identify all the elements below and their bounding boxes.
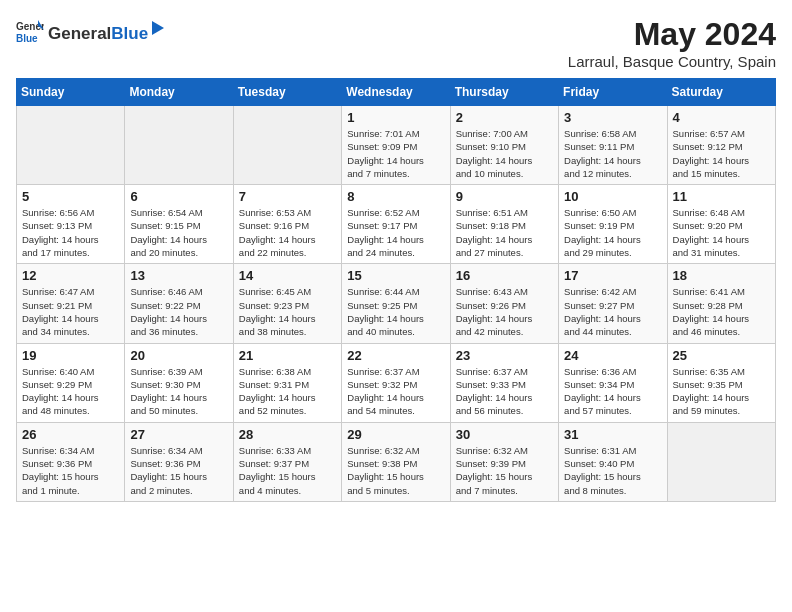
calendar-week-row: 12Sunrise: 6:47 AM Sunset: 9:21 PM Dayli…	[17, 264, 776, 343]
day-number: 1	[347, 110, 444, 125]
calendar-cell: 28Sunrise: 6:33 AM Sunset: 9:37 PM Dayli…	[233, 422, 341, 501]
calendar-cell: 9Sunrise: 6:51 AM Sunset: 9:18 PM Daylig…	[450, 185, 558, 264]
calendar-cell: 2Sunrise: 7:00 AM Sunset: 9:10 PM Daylig…	[450, 106, 558, 185]
day-number: 12	[22, 268, 119, 283]
day-number: 4	[673, 110, 770, 125]
column-header-saturday: Saturday	[667, 79, 775, 106]
day-number: 15	[347, 268, 444, 283]
day-info: Sunrise: 6:33 AM Sunset: 9:37 PM Dayligh…	[239, 444, 336, 497]
svg-text:Blue: Blue	[16, 33, 38, 44]
calendar-table: SundayMondayTuesdayWednesdayThursdayFrid…	[16, 78, 776, 502]
calendar-cell: 31Sunrise: 6:31 AM Sunset: 9:40 PM Dayli…	[559, 422, 667, 501]
calendar-cell: 23Sunrise: 6:37 AM Sunset: 9:33 PM Dayli…	[450, 343, 558, 422]
calendar-week-row: 5Sunrise: 6:56 AM Sunset: 9:13 PM Daylig…	[17, 185, 776, 264]
title-area: May 2024 Larraul, Basque Country, Spain	[568, 16, 776, 70]
calendar-cell: 12Sunrise: 6:47 AM Sunset: 9:21 PM Dayli…	[17, 264, 125, 343]
day-number: 6	[130, 189, 227, 204]
day-info: Sunrise: 6:35 AM Sunset: 9:35 PM Dayligh…	[673, 365, 770, 418]
calendar-cell: 13Sunrise: 6:46 AM Sunset: 9:22 PM Dayli…	[125, 264, 233, 343]
day-number: 17	[564, 268, 661, 283]
calendar-cell: 11Sunrise: 6:48 AM Sunset: 9:20 PM Dayli…	[667, 185, 775, 264]
day-info: Sunrise: 6:54 AM Sunset: 9:15 PM Dayligh…	[130, 206, 227, 259]
calendar-cell: 21Sunrise: 6:38 AM Sunset: 9:31 PM Dayli…	[233, 343, 341, 422]
calendar-cell: 22Sunrise: 6:37 AM Sunset: 9:32 PM Dayli…	[342, 343, 450, 422]
column-header-wednesday: Wednesday	[342, 79, 450, 106]
calendar-cell	[125, 106, 233, 185]
day-number: 2	[456, 110, 553, 125]
calendar-cell: 18Sunrise: 6:41 AM Sunset: 9:28 PM Dayli…	[667, 264, 775, 343]
day-number: 14	[239, 268, 336, 283]
day-info: Sunrise: 6:56 AM Sunset: 9:13 PM Dayligh…	[22, 206, 119, 259]
day-info: Sunrise: 6:37 AM Sunset: 9:33 PM Dayligh…	[456, 365, 553, 418]
day-info: Sunrise: 6:57 AM Sunset: 9:12 PM Dayligh…	[673, 127, 770, 180]
day-number: 25	[673, 348, 770, 363]
month-title: May 2024	[568, 16, 776, 53]
calendar-cell: 3Sunrise: 6:58 AM Sunset: 9:11 PM Daylig…	[559, 106, 667, 185]
day-number: 24	[564, 348, 661, 363]
day-number: 19	[22, 348, 119, 363]
day-info: Sunrise: 6:46 AM Sunset: 9:22 PM Dayligh…	[130, 285, 227, 338]
day-number: 18	[673, 268, 770, 283]
day-number: 23	[456, 348, 553, 363]
day-info: Sunrise: 6:41 AM Sunset: 9:28 PM Dayligh…	[673, 285, 770, 338]
day-info: Sunrise: 6:47 AM Sunset: 9:21 PM Dayligh…	[22, 285, 119, 338]
day-number: 20	[130, 348, 227, 363]
day-info: Sunrise: 6:48 AM Sunset: 9:20 PM Dayligh…	[673, 206, 770, 259]
calendar-cell: 17Sunrise: 6:42 AM Sunset: 9:27 PM Dayli…	[559, 264, 667, 343]
day-info: Sunrise: 6:50 AM Sunset: 9:19 PM Dayligh…	[564, 206, 661, 259]
day-info: Sunrise: 6:32 AM Sunset: 9:38 PM Dayligh…	[347, 444, 444, 497]
day-number: 10	[564, 189, 661, 204]
calendar-cell: 7Sunrise: 6:53 AM Sunset: 9:16 PM Daylig…	[233, 185, 341, 264]
day-info: Sunrise: 6:34 AM Sunset: 9:36 PM Dayligh…	[130, 444, 227, 497]
day-info: Sunrise: 6:32 AM Sunset: 9:39 PM Dayligh…	[456, 444, 553, 497]
calendar-cell: 27Sunrise: 6:34 AM Sunset: 9:36 PM Dayli…	[125, 422, 233, 501]
day-info: Sunrise: 6:53 AM Sunset: 9:16 PM Dayligh…	[239, 206, 336, 259]
column-header-friday: Friday	[559, 79, 667, 106]
day-info: Sunrise: 6:31 AM Sunset: 9:40 PM Dayligh…	[564, 444, 661, 497]
day-info: Sunrise: 6:52 AM Sunset: 9:17 PM Dayligh…	[347, 206, 444, 259]
day-info: Sunrise: 6:42 AM Sunset: 9:27 PM Dayligh…	[564, 285, 661, 338]
calendar-cell: 8Sunrise: 6:52 AM Sunset: 9:17 PM Daylig…	[342, 185, 450, 264]
day-number: 11	[673, 189, 770, 204]
calendar-cell: 4Sunrise: 6:57 AM Sunset: 9:12 PM Daylig…	[667, 106, 775, 185]
calendar-cell: 6Sunrise: 6:54 AM Sunset: 9:15 PM Daylig…	[125, 185, 233, 264]
calendar-cell: 15Sunrise: 6:44 AM Sunset: 9:25 PM Dayli…	[342, 264, 450, 343]
day-number: 27	[130, 427, 227, 442]
calendar-cell: 24Sunrise: 6:36 AM Sunset: 9:34 PM Dayli…	[559, 343, 667, 422]
column-header-sunday: Sunday	[17, 79, 125, 106]
calendar-cell	[233, 106, 341, 185]
column-header-thursday: Thursday	[450, 79, 558, 106]
day-number: 29	[347, 427, 444, 442]
day-info: Sunrise: 6:44 AM Sunset: 9:25 PM Dayligh…	[347, 285, 444, 338]
header: General Blue General Blue May 2024 Larra…	[16, 16, 776, 70]
calendar-cell: 19Sunrise: 6:40 AM Sunset: 9:29 PM Dayli…	[17, 343, 125, 422]
day-info: Sunrise: 7:01 AM Sunset: 9:09 PM Dayligh…	[347, 127, 444, 180]
calendar-cell	[17, 106, 125, 185]
day-number: 31	[564, 427, 661, 442]
calendar-cell: 1Sunrise: 7:01 AM Sunset: 9:09 PM Daylig…	[342, 106, 450, 185]
logo: General Blue General Blue	[16, 16, 164, 44]
calendar-cell: 10Sunrise: 6:50 AM Sunset: 9:19 PM Dayli…	[559, 185, 667, 264]
day-number: 21	[239, 348, 336, 363]
day-info: Sunrise: 6:45 AM Sunset: 9:23 PM Dayligh…	[239, 285, 336, 338]
day-number: 3	[564, 110, 661, 125]
calendar-cell: 26Sunrise: 6:34 AM Sunset: 9:36 PM Dayli…	[17, 422, 125, 501]
day-number: 7	[239, 189, 336, 204]
logo-general-text: General	[48, 24, 111, 44]
generalblue-logo-icon: General Blue	[16, 16, 44, 44]
calendar-week-row: 26Sunrise: 6:34 AM Sunset: 9:36 PM Dayli…	[17, 422, 776, 501]
calendar-cell: 29Sunrise: 6:32 AM Sunset: 9:38 PM Dayli…	[342, 422, 450, 501]
calendar-week-row: 1Sunrise: 7:01 AM Sunset: 9:09 PM Daylig…	[17, 106, 776, 185]
logo-blue-text: Blue	[111, 24, 148, 44]
calendar-cell: 30Sunrise: 6:32 AM Sunset: 9:39 PM Dayli…	[450, 422, 558, 501]
calendar-cell: 16Sunrise: 6:43 AM Sunset: 9:26 PM Dayli…	[450, 264, 558, 343]
day-info: Sunrise: 6:40 AM Sunset: 9:29 PM Dayligh…	[22, 365, 119, 418]
day-number: 5	[22, 189, 119, 204]
day-number: 9	[456, 189, 553, 204]
calendar-cell: 20Sunrise: 6:39 AM Sunset: 9:30 PM Dayli…	[125, 343, 233, 422]
calendar-week-row: 19Sunrise: 6:40 AM Sunset: 9:29 PM Dayli…	[17, 343, 776, 422]
calendar-cell	[667, 422, 775, 501]
logo-arrow-icon	[150, 17, 164, 39]
day-info: Sunrise: 6:58 AM Sunset: 9:11 PM Dayligh…	[564, 127, 661, 180]
day-number: 28	[239, 427, 336, 442]
